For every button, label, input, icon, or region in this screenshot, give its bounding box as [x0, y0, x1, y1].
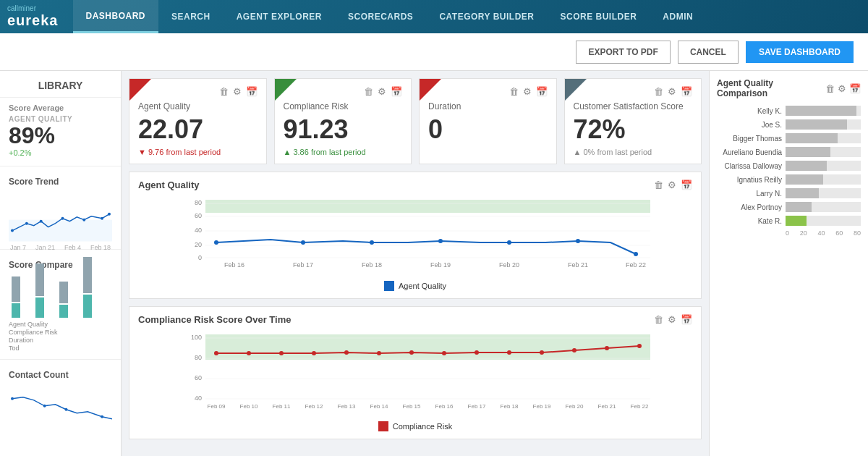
- bar-fill: [786, 174, 823, 185]
- svg-point-7: [108, 213, 111, 216]
- nav-item-agent-explorer[interactable]: AGENT EXPLORER: [224, 0, 335, 33]
- svg-point-3: [40, 220, 43, 223]
- agent-bar-row: Aureliano Buendia: [717, 147, 861, 157]
- agent-bar-row: Alex Portnoy: [717, 202, 861, 212]
- agent-quality-chart-panel: Agent Quality 🗑 ⚙ 📅 80 60 40 20 0: [129, 172, 702, 299]
- bar-fill: [786, 188, 819, 198]
- compliance-risk-chart-panel: Compliance Risk Score Over Time 🗑 ⚙ 📅 10…: [129, 306, 702, 439]
- agent-bar-row: Joe S.: [717, 119, 861, 130]
- svg-text:Feb 14: Feb 14: [370, 403, 388, 410]
- svg-text:Feb 17: Feb 17: [468, 403, 486, 410]
- svg-text:Feb 18: Feb 18: [362, 261, 382, 269]
- gear-icon[interactable]: ⚙: [233, 86, 242, 97]
- bar-fill: [786, 202, 812, 212]
- card-corner-red: [129, 79, 151, 101]
- nav-item-dashboard[interactable]: DASHBOARD: [73, 0, 159, 33]
- svg-text:Feb 15: Feb 15: [403, 403, 421, 410]
- agent-comparison-title: Agent Quality Comparison: [717, 78, 825, 98]
- agent-name: Kelly K.: [717, 107, 782, 115]
- bar-track: [786, 119, 861, 130]
- calendar-icon[interactable]: 📅: [681, 180, 692, 190]
- agent-bar-row: Kate R.: [717, 216, 861, 226]
- calendar-icon[interactable]: 📅: [391, 86, 402, 97]
- gear-icon[interactable]: ⚙: [523, 86, 532, 97]
- nav-item-score-builder[interactable]: SCORE BUILDER: [548, 0, 650, 33]
- agent-name: Joe S.: [717, 121, 782, 129]
- bar-fill: [786, 147, 830, 157]
- svg-point-60: [214, 351, 218, 355]
- score-cards-row: 🗑 ⚙ 📅 Agent Quality 22.07 ▼ 9.76 from la…: [129, 78, 702, 164]
- svg-rect-0: [9, 220, 112, 242]
- trash-icon[interactable]: 🗑: [825, 83, 835, 94]
- card-corner-red: [420, 79, 441, 101]
- svg-point-62: [279, 351, 284, 355]
- card-change: ▲ 0% from last period: [574, 148, 693, 156]
- calendar-icon[interactable]: 📅: [849, 83, 861, 94]
- nav-item-admin[interactable]: ADMIN: [650, 0, 706, 33]
- bar-track: [786, 174, 861, 185]
- trash-icon[interactable]: 🗑: [654, 86, 663, 97]
- score-card-compliance-risk: 🗑 ⚙ 📅 Compliance Risk 91.23 ▲ 3.86 from …: [274, 78, 412, 164]
- svg-point-70: [540, 350, 544, 355]
- chart-title: Compliance Risk Score Over Time: [138, 314, 291, 325]
- svg-text:40: 40: [195, 394, 202, 402]
- svg-point-73: [637, 344, 642, 348]
- card-corner-green: [275, 79, 297, 101]
- calendar-icon[interactable]: 📅: [536, 86, 548, 97]
- gear-icon[interactable]: ⚙: [838, 83, 846, 94]
- trash-icon[interactable]: 🗑: [654, 314, 663, 325]
- svg-point-9: [43, 405, 46, 408]
- gear-icon[interactable]: ⚙: [378, 86, 386, 97]
- agent-name: Bigger Thomas: [717, 135, 782, 143]
- trash-icon[interactable]: 🗑: [509, 86, 519, 97]
- svg-text:80: 80: [195, 354, 202, 361]
- right-panel: Agent Quality Comparison 🗑 ⚙ 📅 Kelly K.J…: [709, 71, 868, 456]
- agent-bar-row: Kelly K.: [717, 106, 861, 116]
- trash-icon[interactable]: 🗑: [364, 86, 373, 97]
- svg-point-4: [61, 217, 64, 220]
- legend-checkbox[interactable]: [384, 281, 394, 291]
- main-layout: LIBRARY Score Average AGENT QUALITY 89% …: [0, 71, 868, 456]
- calendar-icon[interactable]: 📅: [681, 86, 692, 97]
- trash-icon[interactable]: 🗑: [654, 180, 663, 190]
- gear-icon[interactable]: ⚙: [668, 180, 676, 190]
- svg-point-68: [475, 350, 479, 355]
- save-dashboard-button[interactable]: SAVE DASHBOARD: [746, 41, 854, 63]
- calendar-icon[interactable]: 📅: [681, 314, 692, 325]
- logo-text: eureka: [7, 12, 59, 29]
- nav-items: DASHBOARD SEARCH AGENT EXPLORER SCORECAR…: [73, 0, 869, 33]
- bar-axis-labels: 020406080: [717, 229, 861, 237]
- svg-point-34: [507, 240, 511, 245]
- agent-comparison-chart: Kelly K.Joe S.Bigger ThomasAureliano Bue…: [717, 106, 861, 226]
- nav-item-scorecards[interactable]: SCORECARDS: [335, 0, 426, 33]
- card-icons: 🗑 ⚙ 📅: [428, 86, 548, 97]
- score-trend-section: Score Trend Jan 7Jan 21Feb 4Feb 18: [0, 171, 121, 245]
- svg-text:0: 0: [198, 254, 202, 261]
- compare-bar-group-3: [59, 282, 81, 318]
- svg-text:20: 20: [195, 241, 202, 248]
- compliance-legend-checkbox[interactable]: [378, 421, 388, 431]
- svg-rect-12: [205, 200, 650, 213]
- score-average-section: Score Average AGENT QUALITY 89% +0.2%: [0, 98, 121, 161]
- compare-bar-highlight: [59, 305, 68, 318]
- sidebar: LIBRARY Score Average AGENT QUALITY 89% …: [0, 71, 122, 456]
- svg-point-2: [25, 222, 28, 225]
- nav-item-search[interactable]: SEARCH: [158, 0, 224, 33]
- right-panel-header: Agent Quality Comparison 🗑 ⚙ 📅: [717, 78, 861, 98]
- trash-icon[interactable]: 🗑: [219, 86, 229, 97]
- svg-text:Feb 16: Feb 16: [224, 261, 244, 269]
- svg-point-64: [344, 350, 349, 355]
- cancel-button[interactable]: CANCEL: [678, 41, 739, 64]
- score-card-customer-satisfaction: 🗑 ⚙ 📅 Customer Satisfaction Score 72% ▲ …: [564, 78, 702, 164]
- nav-item-category-builder[interactable]: CATEGORY BUILDER: [426, 0, 547, 33]
- score-trend-x-labels: Jan 7Jan 21Feb 4Feb 18: [9, 244, 112, 251]
- card-value: 72%: [574, 114, 693, 145]
- calendar-icon[interactable]: 📅: [246, 86, 258, 97]
- gear-icon[interactable]: ⚙: [668, 86, 676, 97]
- agent-bar-row: Bigger Thomas: [717, 133, 861, 143]
- gear-icon[interactable]: ⚙: [668, 314, 676, 325]
- bar-fill: [786, 119, 847, 130]
- svg-text:Feb 11: Feb 11: [273, 403, 291, 410]
- export-to-pdf-button[interactable]: EXPORT TO PDF: [576, 41, 670, 64]
- card-icons: 🗑 ⚙ 📅: [138, 86, 258, 97]
